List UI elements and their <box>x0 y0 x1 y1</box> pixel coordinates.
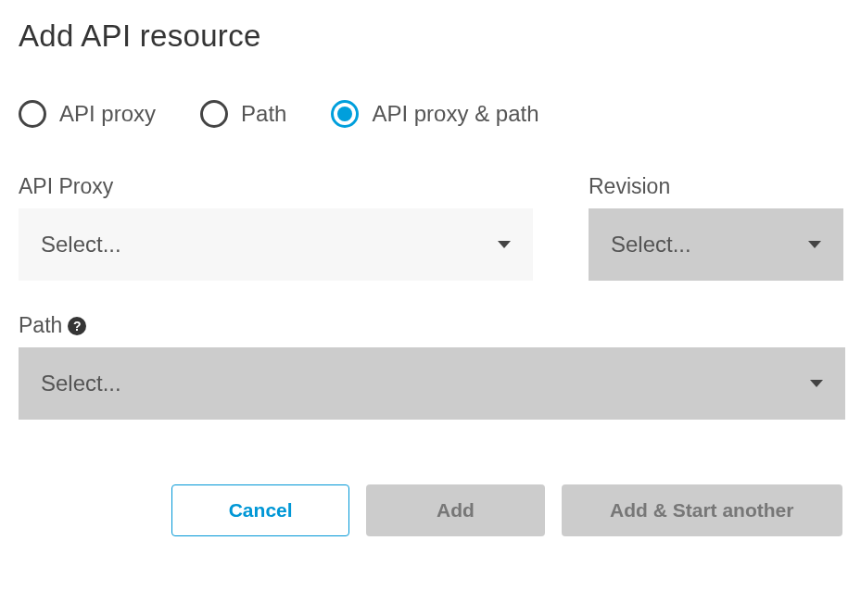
chevron-down-icon <box>498 241 511 248</box>
add-button[interactable]: Add <box>366 484 544 536</box>
radio-api-proxy-and-path[interactable]: API proxy & path <box>331 100 538 128</box>
path-field: Path ? Select... <box>19 313 845 420</box>
help-icon[interactable]: ? <box>68 317 86 335</box>
form-row-proxy-revision: API Proxy Select... Revision Select... <box>19 174 842 281</box>
path-label-text: Path <box>19 313 62 338</box>
resource-type-radio-group: API proxy Path API proxy & path <box>19 100 842 128</box>
radio-inner-dot <box>337 107 352 121</box>
api-proxy-field: API Proxy Select... <box>19 174 533 281</box>
action-buttons: Cancel Add Add & Start another <box>171 484 842 536</box>
chevron-down-icon <box>810 380 823 387</box>
api-proxy-select[interactable]: Select... <box>19 208 533 281</box>
select-value: Select... <box>41 232 121 258</box>
revision-label: Revision <box>589 174 843 199</box>
revision-select[interactable]: Select... <box>589 208 843 281</box>
path-select[interactable]: Select... <box>19 347 845 420</box>
chevron-down-icon <box>808 241 821 248</box>
select-value: Select... <box>611 232 691 258</box>
select-value: Select... <box>41 371 121 396</box>
radio-label: API proxy <box>59 101 156 127</box>
radio-checked-icon <box>331 100 359 128</box>
revision-field: Revision Select... <box>589 174 843 281</box>
radio-path[interactable]: Path <box>200 100 286 128</box>
page-title: Add API resource <box>19 19 842 54</box>
add-start-another-button[interactable]: Add & Start another <box>562 484 842 536</box>
cancel-button[interactable]: Cancel <box>171 484 349 536</box>
path-label: Path ? <box>19 313 845 338</box>
radio-unchecked-icon <box>200 100 228 128</box>
radio-label: Path <box>241 101 286 127</box>
radio-unchecked-icon <box>19 100 46 128</box>
radio-api-proxy[interactable]: API proxy <box>19 100 156 128</box>
radio-label: API proxy & path <box>372 101 538 127</box>
api-proxy-label: API Proxy <box>19 174 533 199</box>
